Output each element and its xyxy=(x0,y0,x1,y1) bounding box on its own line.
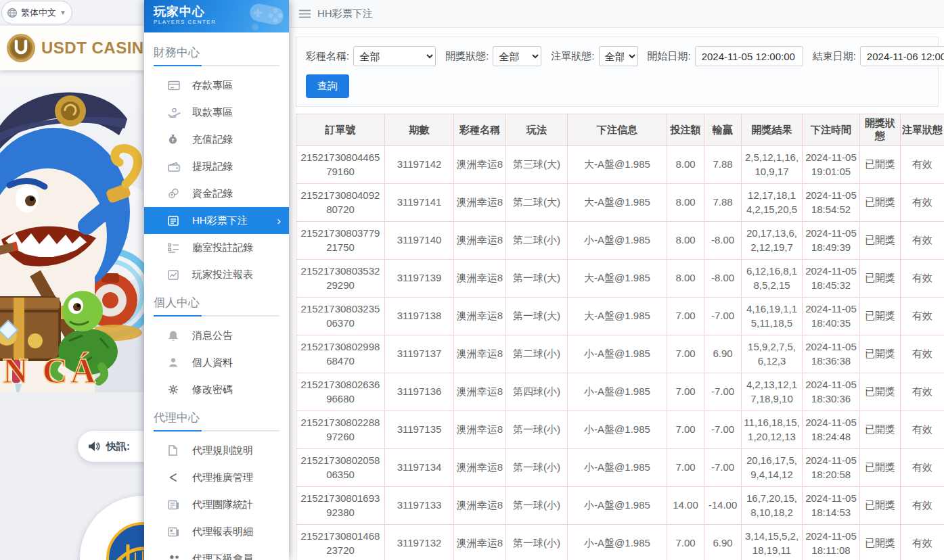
table-cell: 澳洲幸运8 xyxy=(454,298,506,335)
share-icon xyxy=(168,472,181,484)
table-cell: 澳洲幸运8 xyxy=(454,525,506,560)
table-cell: 2024-11-05 18:49:39 xyxy=(803,222,860,260)
table-cell: 31197138 xyxy=(385,298,454,335)
search-button[interactable]: 查詢 xyxy=(306,74,349,98)
start-date-input[interactable] xyxy=(695,46,803,66)
table-cell: 第四球(小) xyxy=(506,373,568,411)
sidebar-item-取款專區[interactable]: 取款專區 xyxy=(144,99,289,126)
player-center-page: 繁体中文 ▼ USDT CASINO xyxy=(0,0,944,560)
table-cell: 2024-11-05 19:01:05 xyxy=(803,146,860,184)
recharge-record-icon xyxy=(168,134,181,145)
draw-status-select[interactable]: 全部 xyxy=(493,46,541,66)
news-ticker[interactable]: 快訊: xyxy=(78,431,144,462)
sidebar-nav: 財務中心存款專區取款專區充值記錄提現記錄資金記錄HH彩票下注›廳室投註記錄玩家投… xyxy=(144,32,289,560)
svg-text:N CÁ: N CÁ xyxy=(3,352,99,390)
table-row: 215217308014682372031197132澳洲幸运8第一球(小)小-… xyxy=(296,525,944,560)
site-logo[interactable]: USDT CASINO xyxy=(0,26,144,70)
sidebar-item-個人資料[interactable]: 個人資料 xyxy=(144,349,289,376)
table-cell: 小-A盤@1.985 xyxy=(568,449,667,487)
menu-toggle-icon[interactable] xyxy=(299,9,311,18)
sidebar-item-代理規則說明[interactable]: 代理規則說明 xyxy=(144,437,289,464)
team-stats-icon xyxy=(168,499,181,511)
table-cell: 第一球(小) xyxy=(506,525,568,560)
table-cell: 已開獎 xyxy=(860,260,901,298)
sidebar-item-代理報表明細[interactable]: 代理報表明細 xyxy=(144,518,289,545)
table-cell: 2152173080146823720 xyxy=(296,525,385,560)
table-row: 215217308040928072031197141澳洲幸运8第二球(大)大-… xyxy=(296,184,944,222)
sidebar-item-label: 代理下級會員 xyxy=(192,553,253,560)
main-content: HH彩票下注 彩種名稱: 全部 開獎狀態: 全部 注單狀態: xyxy=(289,0,944,560)
table-cell: 第一球(小) xyxy=(506,411,568,449)
table-cell: 2152173080409280720 xyxy=(296,184,385,222)
hall-bet-record-icon xyxy=(168,242,181,254)
sidebar-item-存款專區[interactable]: 存款專區 xyxy=(144,72,289,99)
chevron-down-icon: ▼ xyxy=(60,9,66,16)
table-cell: 澳洲幸运8 xyxy=(454,146,506,184)
bet-records-table: 訂單號期數彩種名稱玩法下注信息投注額輸贏開獎結果下注時間開獎狀態注單狀態 215… xyxy=(296,114,944,560)
table-cell: 31197140 xyxy=(385,222,454,260)
sidebar-item-label: 代理報表明細 xyxy=(192,526,253,538)
table-cell: 31197133 xyxy=(385,487,454,525)
draw-status-label: 開獎狀態: xyxy=(445,50,489,63)
sidebar-item-HH彩票下注[interactable]: HH彩票下注› xyxy=(144,207,289,234)
table-cell: 6.90 xyxy=(704,335,742,373)
lottery-type-select[interactable]: 全部 xyxy=(353,46,436,66)
table-cell: 2152173080205806350 xyxy=(296,449,385,487)
language-selector[interactable]: 繁体中文 ▼ xyxy=(1,1,72,24)
table-cell: 第一球(大) xyxy=(506,298,568,335)
sidebar-item-玩家投注報表[interactable]: 玩家投注報表 xyxy=(144,261,289,288)
column-header: 輸贏 xyxy=(704,114,742,146)
table-cell: 有效 xyxy=(901,184,944,222)
end-date-label: 結束日期: xyxy=(813,50,856,63)
table-cell: 8.00 xyxy=(667,222,704,260)
sidebar-item-代理團隊統計[interactable]: 代理團隊統計 xyxy=(144,491,289,518)
table-cell: 7.88 xyxy=(704,146,742,184)
end-date-input[interactable] xyxy=(860,46,944,66)
table-cell: 已開獎 xyxy=(860,373,901,411)
table-cell: 澳洲幸运8 xyxy=(454,260,506,298)
sidebar-item-充值記錄[interactable]: 充值記錄 xyxy=(144,126,289,153)
table-row: 215217308037792175031197140澳洲幸运8第二球(小)小-… xyxy=(296,222,944,260)
order-status-select[interactable]: 全部 xyxy=(599,46,638,66)
chevron-right-icon: › xyxy=(277,215,281,227)
site-background: 繁体中文 ▼ USDT CASINO xyxy=(0,0,144,560)
funds-record-icon xyxy=(168,188,181,200)
sidebar-item-資金記錄[interactable]: 資金記錄 xyxy=(144,180,289,207)
table-cell: 4,2,13,12,17,18,9,10 xyxy=(742,373,803,411)
sidebar-item-廳室投註記錄[interactable]: 廳室投註記錄 xyxy=(144,234,289,261)
table-cell: 已開獎 xyxy=(860,487,901,525)
table-cell: 31197139 xyxy=(385,260,454,298)
sidebar-item-代理下級會員[interactable]: 代理下級會員 xyxy=(144,545,289,560)
table-cell: 2024-11-05 18:45:32 xyxy=(803,260,860,298)
table-cell: 2152173080228897260 xyxy=(296,411,385,449)
table-cell: -7.00 xyxy=(704,411,742,449)
page-title: HH彩票下注 xyxy=(317,7,373,20)
sidebar-item-提現記錄[interactable]: 提現記錄 xyxy=(144,153,289,180)
table-cell: 7.00 xyxy=(667,411,704,449)
table-cell: 20,16,17,5,9,4,14,12 xyxy=(742,449,803,487)
column-header: 注單狀態 xyxy=(901,114,944,146)
sidebar-item-label: 消息公告 xyxy=(192,329,233,342)
table-cell: 2152173080446579160 xyxy=(296,146,385,184)
column-header: 下注時間 xyxy=(803,114,860,146)
table-cell: 6.90 xyxy=(704,525,742,560)
table-cell: 有效 xyxy=(901,373,944,411)
table-cell: 2024-11-05 18:11:08 xyxy=(803,525,860,560)
sidebar-item-消息公告[interactable]: 消息公告 xyxy=(144,322,289,349)
table-cell: 31197134 xyxy=(385,449,454,487)
table-cell: 大-A盤@1.985 xyxy=(568,260,667,298)
members-icon xyxy=(168,553,181,560)
table-cell: 澳洲幸运8 xyxy=(454,449,506,487)
sidebar-item-修改密碼[interactable]: 修改密碼 xyxy=(144,376,289,403)
table-cell: 有效 xyxy=(901,411,944,449)
table-cell: 31197141 xyxy=(385,184,454,222)
bet-records-table-wrap: 訂單號期數彩種名稱玩法下注信息投注額輸贏開獎結果下注時間開獎狀態注單狀態 215… xyxy=(296,114,944,560)
table-cell: 澳洲幸运8 xyxy=(454,184,506,222)
sidebar-item-代理推廣管理[interactable]: 代理推廣管理 xyxy=(144,464,289,491)
table-cell: 第二球(小) xyxy=(506,222,568,260)
table-cell: 7.00 xyxy=(667,449,704,487)
casino-hero-image: N CÁ xyxy=(0,70,144,392)
sidebar-item-label: 存款專區 xyxy=(192,79,233,92)
table-cell: 8.00 xyxy=(667,260,704,298)
lottery-type-label: 彩種名稱: xyxy=(306,50,349,63)
